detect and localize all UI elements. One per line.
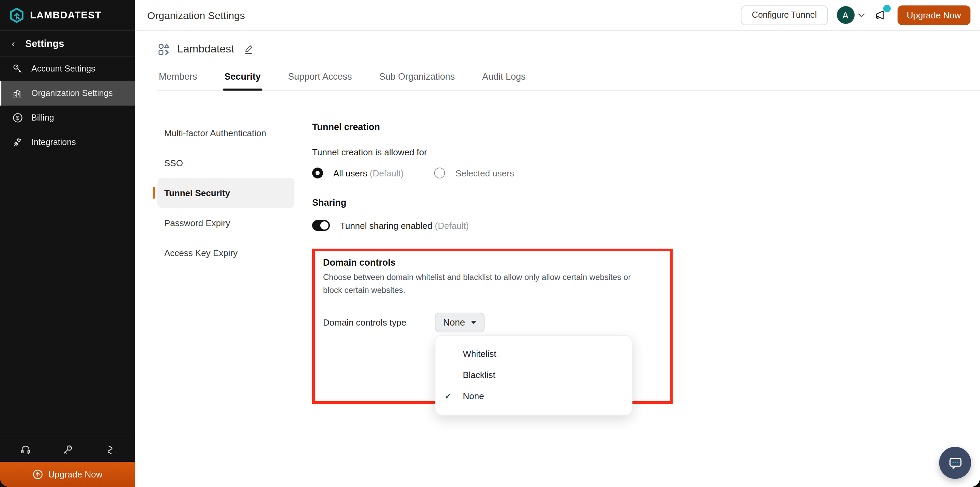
tunnel-creation-heading: Tunnel creation: [312, 122, 980, 132]
sidebar-upgrade-label: Upgrade Now: [48, 469, 103, 479]
tunnel-sharing-toggle[interactable]: [312, 220, 330, 231]
chevron-down-icon: [858, 13, 864, 17]
sidebar-footer-icons: [0, 436, 135, 462]
sidebar-upgrade-button[interactable]: Upgrade Now: [0, 462, 135, 487]
org-shapes-icon: [158, 43, 170, 56]
sidebar-item-account-settings[interactable]: Account Settings: [0, 57, 135, 81]
radio-all-users[interactable]: [312, 168, 323, 178]
sidebar-item-label: Integrations: [31, 138, 76, 147]
sidebar-item-label: Account Settings: [31, 64, 95, 73]
dropdown-selected-value: None: [443, 317, 465, 328]
tab-support-access[interactable]: Support Access: [286, 67, 353, 90]
default-suffix: (Default): [370, 168, 404, 178]
subnav-item-tunnel-security[interactable]: Tunnel Security: [158, 178, 294, 208]
chat-bubble-icon: [946, 454, 964, 472]
account-menu[interactable]: A: [837, 6, 864, 24]
domain-controls-heading: Domain controls: [323, 257, 662, 268]
domain-controls-dropdown-button[interactable]: None: [435, 313, 485, 332]
lambdatest-logo-icon: [9, 7, 24, 23]
tab-security[interactable]: Security: [223, 67, 262, 90]
sidebar-item-billing[interactable]: $ Billing: [0, 106, 135, 130]
key-icon[interactable]: [62, 444, 73, 455]
domain-controls-dropdown-menu: Whitelist Blacklist ✓None: [435, 335, 632, 416]
tunnel-sharing-label: Tunnel sharing enabled (Default): [340, 220, 469, 230]
security-subnav: Multi-factor Authentication SSO Tunnel S…: [158, 90, 312, 404]
subnav-item-password-expiry[interactable]: Password Expiry: [158, 208, 294, 238]
app-window: LAMBDATEST ‹ Settings Account Settings O…: [0, 0, 980, 487]
stack-icon[interactable]: [104, 444, 116, 455]
org-name: Lambdatest: [177, 43, 234, 55]
content: Lambdatest Members Security Support Acce…: [135, 31, 980, 487]
domain-controls-section-highlighted: Domain controls Choose between domain wh…: [312, 249, 673, 404]
security-body: Multi-factor Authentication SSO Tunnel S…: [158, 90, 980, 404]
org-row: Lambdatest: [158, 39, 980, 59]
headset-icon[interactable]: [19, 444, 31, 455]
topbar: Organization Settings Configure Tunnel A…: [135, 0, 980, 31]
domain-controls-type-row: Domain controls type None Whitelist Blac…: [323, 313, 662, 332]
edit-pencil-icon[interactable]: [243, 44, 253, 54]
menu-item-none[interactable]: ✓None: [436, 385, 632, 407]
sidebar-back-settings[interactable]: ‹ Settings: [0, 31, 135, 57]
main-area: Organization Settings Configure Tunnel A…: [135, 0, 980, 487]
sidebar-item-label: Billing: [31, 113, 54, 122]
upgrade-now-button[interactable]: Upgrade Now: [897, 5, 970, 25]
tunnel-creation-options: All users (Default) Selected users: [312, 168, 980, 178]
tunnel-creation-question: Tunnel creation is allowed for: [312, 147, 980, 157]
tab-sub-organizations[interactable]: Sub Organizations: [378, 67, 456, 90]
subnav-item-sso[interactable]: SSO: [158, 148, 294, 178]
menu-item-whitelist[interactable]: Whitelist: [436, 343, 632, 365]
logo-text: LAMBDATEST: [30, 10, 102, 21]
sidebar-item-label: Organization Settings: [31, 89, 113, 98]
notification-dot: [883, 5, 890, 12]
sidebar: LAMBDATEST ‹ Settings Account Settings O…: [0, 0, 135, 487]
caret-down-icon: [471, 321, 477, 324]
page-title: Organization Settings: [147, 9, 245, 21]
configure-tunnel-button[interactable]: Configure Tunnel: [741, 5, 828, 25]
tunnel-security-panel: Tunnel creation Tunnel creation is allow…: [312, 90, 980, 404]
toggle-knob: [320, 221, 328, 230]
avatar[interactable]: A: [837, 6, 854, 24]
sharing-toggle-row: Tunnel sharing enabled (Default): [312, 220, 980, 231]
radio-selected-users-label: Selected users: [456, 168, 514, 178]
settings-label: Settings: [25, 38, 64, 49]
subnav-item-access-key-expiry[interactable]: Access Key Expiry: [158, 238, 294, 268]
domain-controls-dropdown: None Whitelist Blacklist ✓None: [435, 313, 485, 332]
radio-selected-users[interactable]: [434, 168, 445, 178]
chat-widget-button[interactable]: [939, 447, 971, 479]
domain-controls-description: Choose between domain whitelist and blac…: [323, 271, 645, 296]
plug-icon: [12, 137, 23, 148]
logo-row: LAMBDATEST: [0, 0, 135, 31]
svg-text:$: $: [16, 115, 19, 121]
default-suffix: (Default): [435, 220, 469, 230]
dollar-circle-icon: $: [12, 113, 23, 123]
topbar-right: Configure Tunnel A Upgrade Now: [741, 5, 970, 25]
arrow-up-circle-icon: [33, 469, 43, 479]
tabs: Members Security Support Access Sub Orga…: [158, 67, 980, 90]
sharing-heading: Sharing: [312, 198, 980, 208]
radio-all-users-label: All users (Default): [333, 168, 404, 178]
building-icon: [12, 88, 23, 99]
chevron-left-icon: ‹: [11, 38, 15, 48]
menu-item-blacklist[interactable]: Blacklist: [436, 365, 632, 385]
sidebar-spacer: [0, 155, 135, 436]
sidebar-item-integrations[interactable]: Integrations: [0, 130, 135, 155]
announcements-button[interactable]: [873, 7, 888, 23]
subnav-item-mfa[interactable]: Multi-factor Authentication: [158, 118, 294, 148]
tab-audit-logs[interactable]: Audit Logs: [481, 67, 527, 90]
domain-controls-type-label: Domain controls type: [323, 317, 406, 328]
check-icon: ✓: [444, 391, 452, 401]
tab-members[interactable]: Members: [158, 67, 199, 90]
sidebar-item-organization-settings[interactable]: Organization Settings: [0, 81, 135, 106]
key-icon: [12, 63, 23, 74]
